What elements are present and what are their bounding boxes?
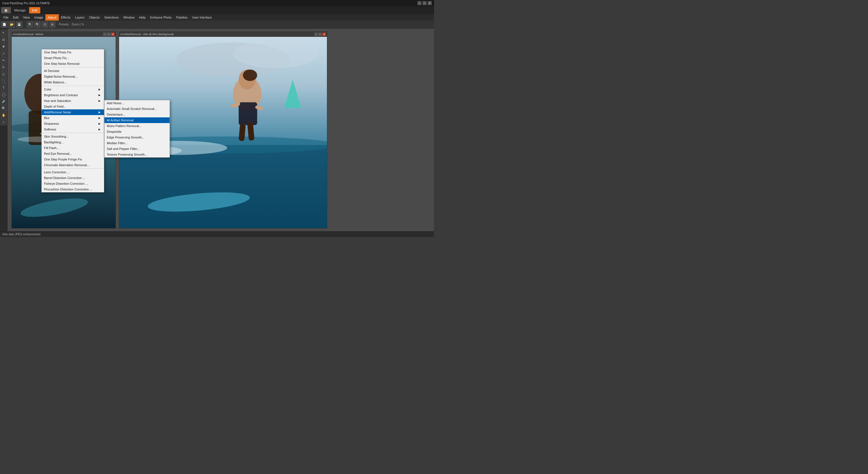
window-controls: ─ □ ✕ — [417, 1, 432, 5]
menu-depth-of-field[interactable]: Depth of Field... — [42, 104, 104, 109]
menu-color[interactable]: Color ▶ — [42, 87, 104, 92]
separator-3 — [42, 133, 104, 133]
menu-file[interactable]: File — [1, 14, 11, 21]
left-toolbox: ↖ ⊡ ✥ ⤢ ✏ ⎘ ◻ ⬛ T ◯ 💉 🔍 ✋ + — [0, 29, 7, 231]
toolbar: 📄 📂 💾 🔍 🔍 ⊡ ⊞ Presets: Zoom ( % — [0, 21, 434, 29]
submenu-median-filter[interactable]: Median Filter... — [104, 140, 169, 146]
menu-one-step-noise-removal[interactable]: One Step Noise Removal — [42, 61, 104, 66]
menu-palettes[interactable]: Palettes — [174, 14, 190, 21]
menu-softness[interactable]: Softness ▶ — [42, 126, 104, 132]
after-close[interactable]: ✕ — [322, 33, 326, 36]
fill-tool[interactable]: ⬛ — [1, 78, 7, 84]
menu-lens-correction[interactable]: Lens Correction ... — [42, 169, 104, 175]
close-button[interactable]: ✕ — [428, 1, 432, 5]
menu-help[interactable]: Help — [137, 14, 148, 21]
menu-skin-smoothing[interactable]: Skin Smoothing... — [42, 134, 104, 139]
menu-ai-denoise[interactable]: AI Denoise — [42, 68, 104, 74]
menu-backlighting[interactable]: Backlighting... — [42, 139, 104, 145]
save-button[interactable]: 💾 — [16, 22, 22, 28]
brush-tool[interactable]: ✏ — [1, 57, 7, 63]
menu-layers[interactable]: Layers — [73, 14, 87, 21]
after-maximize[interactable]: □ — [318, 33, 322, 36]
text-tool[interactable]: T — [1, 85, 7, 91]
menu-image[interactable]: Image — [32, 14, 45, 21]
main-content: ↖ ⊡ ✥ ⤢ ✏ ⎘ ◻ ⬛ T ◯ 💉 🔍 ✋ + AIArtifactRe… — [0, 29, 434, 231]
separator-4 — [42, 168, 104, 169]
eraser-tool[interactable]: ◻ — [1, 71, 7, 77]
before-close[interactable]: ✕ — [111, 33, 115, 36]
submenu-deinterlace[interactable]: Deinterlace... — [104, 112, 169, 117]
submenu-texture-preserving-smooth[interactable]: Texture Preserving Smooth... — [104, 152, 169, 157]
submenu-ai-artifact-removal[interactable]: AI Artifact Removal — [104, 117, 169, 123]
menu-selections[interactable]: Selections — [102, 14, 121, 21]
menu-adjust[interactable]: Adjust — [45, 14, 59, 21]
submenu-salt-pepper-filter[interactable]: Salt and Pepper Filter... — [104, 146, 169, 152]
svg-point-18 — [243, 70, 257, 81]
menu-view[interactable]: View — [21, 14, 32, 21]
menu-add-remove-noise[interactable]: Add/Remove Noise ▶ — [42, 109, 104, 115]
shape-tool[interactable]: ◯ — [1, 91, 7, 98]
zoom-tool[interactable]: 🔍 — [1, 105, 7, 112]
minimize-button[interactable]: ─ — [417, 1, 422, 5]
canvas-area: AIArtifactRemoval - Before ─ □ ✕ — [7, 29, 434, 231]
before-window-title: AIArtifactRemoval - Before ─ □ ✕ — [12, 32, 116, 37]
add-tool[interactable]: + — [1, 119, 7, 125]
before-maximize[interactable]: □ — [107, 33, 111, 36]
pan-tool[interactable]: ✋ — [1, 112, 7, 118]
menu-window[interactable]: Window — [121, 14, 137, 21]
submenu-edge-preserving-smooth[interactable]: Edge Preserving Smooth... — [104, 134, 169, 140]
menu-digital-noise-removal[interactable]: Digital Noise Removal... — [42, 74, 104, 80]
menu-one-step-purple-fringe[interactable]: One Step Purple Fringe Fix — [42, 156, 104, 162]
menu-red-eye-removal[interactable]: Red Eye Removal... — [42, 151, 104, 156]
menu-enhance-photo[interactable]: Enhance Photo — [148, 14, 174, 21]
menu-objects[interactable]: Objects — [87, 14, 102, 21]
app-title: Corel PaintShop Pro 2021 ULTIMATE — [2, 2, 50, 5]
fit-button[interactable]: ⊡ — [42, 22, 48, 28]
selection-tool[interactable]: ↖ — [1, 30, 7, 36]
clone-tool[interactable]: ⎘ — [1, 64, 7, 70]
status-text: One-step JPEG enhancement — [2, 233, 40, 236]
crop-tool[interactable]: ⊡ — [1, 36, 7, 43]
menu-smart-photo-fix[interactable]: Smart Photo Fix... — [42, 55, 104, 61]
separator-1 — [42, 67, 104, 67]
menu-chromatic-aberration[interactable]: Chromatic Aberration Removal... — [42, 162, 104, 168]
manage-button[interactable]: Manage — [11, 7, 29, 13]
actual-size-button[interactable]: ⊞ — [49, 22, 55, 28]
open-button[interactable]: 📂 — [8, 22, 15, 28]
submenu-automatic-scratch-removal[interactable]: Automatic Small Scratch Removal... — [104, 106, 169, 112]
menu-effects[interactable]: Effects — [59, 14, 73, 21]
submenu-add-noise[interactable]: Add Noise... — [104, 100, 169, 106]
menu-fisheye-distortion[interactable]: Fisheye Distortion Correction ... — [42, 181, 104, 186]
menu-sharpness[interactable]: Sharpness ▶ — [42, 121, 104, 126]
status-bar: One-step JPEG enhancement — [0, 231, 434, 237]
menu-fill-flash[interactable]: Fill Flash... — [42, 145, 104, 151]
edit-button[interactable]: Edit — [29, 7, 40, 13]
menu-brightness-contrast[interactable]: Brightness and Contrast ▶ — [42, 92, 104, 98]
zoom-out-button[interactable]: 🔍 — [34, 22, 40, 28]
menu-edit[interactable]: Edit — [11, 14, 21, 21]
move-tool[interactable]: ✥ — [1, 43, 7, 50]
before-window-controls: ─ □ ✕ — [103, 33, 115, 36]
zoom-label: Zoom ( % — [72, 23, 84, 26]
zoom-in-button[interactable]: 🔍 — [27, 22, 33, 28]
menu-user-interface[interactable]: User Interface — [190, 14, 214, 21]
home-button[interactable]: 🏠 — [1, 7, 11, 13]
after-minimize[interactable]: ─ — [314, 33, 318, 36]
menu-white-balance[interactable]: White Balance... — [42, 80, 104, 85]
menu-pincushion-distortion[interactable]: Pincushion Distortion Correction ... — [42, 186, 104, 192]
submenu-moire-pattern-removal[interactable]: Moire Pattern Removal... — [104, 123, 169, 129]
menu-barrel-distortion[interactable]: Barrel Distortion Correction ... — [42, 175, 104, 181]
new-button[interactable]: 📄 — [1, 22, 7, 28]
menu-one-step-photo-fix[interactable]: One Step Photo Fix — [42, 50, 104, 55]
eyedropper-tool[interactable]: 💉 — [1, 98, 7, 104]
title-bar: Corel PaintShop Pro 2021 ULTIMATE ─ □ ✕ — [0, 0, 434, 6]
maximize-button[interactable]: □ — [423, 1, 427, 5]
menu-hue-saturation[interactable]: Hue and Saturation ▶ — [42, 98, 104, 104]
submenu-despeckle[interactable]: Despeckle — [104, 129, 169, 134]
before-minimize[interactable]: ─ — [103, 33, 106, 36]
menu-blur[interactable]: Blur ▶ — [42, 115, 104, 121]
transform-tool[interactable]: ⤢ — [1, 50, 7, 57]
svg-point-9 — [233, 40, 318, 68]
after-title-text: AIArtifactRemoval - After @ 80% (Backgro… — [120, 33, 174, 36]
after-window-title: AIArtifactRemoval - After @ 80% (Backgro… — [119, 32, 327, 37]
